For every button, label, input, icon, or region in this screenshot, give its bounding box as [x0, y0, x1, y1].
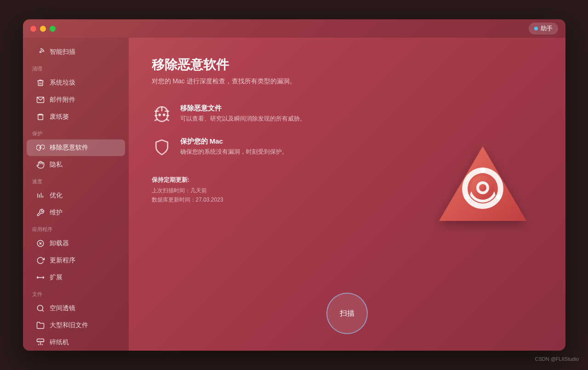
feature-title-protect-mac: 保护您的 Mac — [180, 137, 288, 146]
sidebar-item-system-junk-label: 系统垃圾 — [50, 79, 75, 87]
section-label-clean: 清理 — [23, 61, 129, 74]
page-title: 移除恶意软件 — [152, 56, 542, 74]
lens-icon — [36, 304, 45, 313]
svg-point-23 — [479, 184, 486, 191]
sidebar-item-shredder-label: 碎纸机 — [50, 338, 69, 347]
sidebar: 智能扫描 清理 系统垃圾 — [23, 38, 129, 351]
main-content: 移除恶意软件 对您的 Mac 进行深度检查，查找所有类型的漏洞。 移除恶意 — [129, 38, 565, 351]
sidebar-item-extensions[interactable]: 扩展 — [27, 269, 125, 286]
hand-icon — [36, 160, 45, 169]
page-subtitle: 对您的 Mac 进行深度检查，查找所有类型的漏洞。 — [152, 77, 542, 86]
extend-icon — [36, 273, 45, 282]
svg-point-12 — [37, 305, 43, 311]
trash-icon — [36, 78, 45, 87]
mail-icon — [36, 95, 45, 104]
sidebar-item-maintenance-label: 维护 — [50, 208, 63, 217]
maximize-button[interactable] — [50, 26, 56, 32]
bin-icon — [36, 112, 45, 121]
folder-icon — [36, 321, 45, 330]
watermark: CSDN @FLIIStudio — [535, 356, 579, 362]
radar-icon — [36, 47, 45, 57]
sidebar-item-mail-attachments-label: 邮件附件 — [50, 96, 75, 104]
sidebar-item-extensions-label: 扩展 — [50, 273, 63, 282]
scan-button[interactable]: 扫描 — [326, 293, 368, 334]
shred-icon — [36, 338, 45, 347]
title-bar-right: 助手 — [529, 23, 558, 35]
refresh-icon — [36, 256, 45, 265]
sidebar-item-mail-attachments[interactable]: 邮件附件 — [27, 92, 125, 108]
minimize-button[interactable] — [40, 26, 46, 32]
assistant-label: 助手 — [541, 24, 553, 33]
svg-point-17 — [163, 114, 165, 116]
svg-point-0 — [40, 52, 41, 53]
sidebar-item-shredder[interactable]: 碎纸机 — [27, 334, 125, 351]
sidebar-item-trash-label: 废纸篓 — [50, 113, 69, 121]
sidebar-item-trash[interactable]: 废纸篓 — [27, 109, 125, 125]
assistant-button[interactable]: 助手 — [529, 23, 558, 35]
sidebar-item-large-files-label: 大型和旧文件 — [50, 321, 88, 330]
svg-rect-2 — [38, 115, 43, 120]
sidebar-item-optimize-label: 优化 — [50, 191, 63, 200]
app-body: 智能扫描 清理 系统垃圾 — [23, 38, 565, 351]
feature-title-remove-malware: 移除恶意文件 — [180, 104, 306, 113]
sidebar-item-smart-scan-label: 智能扫描 — [50, 48, 75, 56]
bug-icon — [152, 104, 172, 124]
big-icon-area — [428, 133, 538, 244]
feature-text-protect-mac: 保护您的 Mac 确保您的系统没有漏洞，时刻受到保护。 — [180, 137, 288, 156]
svg-point-16 — [159, 114, 160, 116]
assistant-dot — [534, 27, 538, 30]
wrench-icon — [36, 208, 45, 217]
svg-rect-14 — [37, 339, 44, 342]
sidebar-item-malware-label: 移除恶意软件 — [50, 144, 88, 152]
feature-text-remove-malware: 移除恶意文件 可以查看、研究以及瞬间消除发现的所有威胁。 — [180, 104, 306, 123]
sidebar-item-malware[interactable]: 移除恶意软件 — [27, 139, 125, 156]
biohazard-triangle-icon — [432, 138, 533, 239]
biohazard-icon — [36, 143, 45, 152]
sidebar-item-system-junk[interactable]: 系统垃圾 — [27, 75, 125, 91]
title-bar: 助手 — [23, 19, 565, 38]
scan-button-label: 扫描 — [340, 309, 354, 318]
feature-item-remove-malware: 移除恶意文件 可以查看、研究以及瞬间消除发现的所有威胁。 — [152, 104, 542, 124]
sidebar-item-updater[interactable]: 更新程序 — [27, 252, 125, 269]
feature-desc-remove-malware: 可以查看、研究以及瞬间消除发现的所有威胁。 — [180, 115, 306, 123]
shield-icon — [152, 137, 172, 157]
section-label-protect: 保护 — [23, 126, 129, 139]
sidebar-item-smart-scan[interactable]: 智能扫描 — [27, 44, 125, 60]
traffic-lights — [30, 26, 56, 32]
sidebar-item-privacy-label: 隐私 — [50, 161, 63, 169]
sidebar-item-uninstaller[interactable]: 卸载器 — [27, 235, 125, 252]
uninstall-icon — [36, 239, 45, 248]
sidebar-item-maintenance[interactable]: 维护 — [27, 204, 125, 221]
sidebar-item-optimize[interactable]: 优化 — [27, 187, 125, 204]
scan-button-wrap: 扫描 — [326, 293, 368, 334]
section-label-apps: 应用程序 — [23, 221, 129, 235]
close-button[interactable] — [30, 26, 36, 32]
svg-point-3 — [40, 147, 41, 149]
feature-desc-protect-mac: 确保您的系统没有漏洞，时刻受到保护。 — [180, 148, 288, 156]
bars-icon — [36, 191, 45, 200]
app-window: 助手 智能扫描 清理 — [23, 19, 565, 351]
sidebar-item-space-lens-label: 空间透镜 — [50, 304, 75, 312]
sidebar-item-privacy[interactable]: 隐私 — [27, 156, 125, 173]
section-label-files: 文件 — [23, 286, 129, 300]
sidebar-item-large-files[interactable]: 大型和旧文件 — [27, 317, 125, 334]
svg-line-13 — [42, 310, 43, 311]
sidebar-item-uninstaller-label: 卸载器 — [50, 239, 69, 248]
sidebar-item-updater-label: 更新程序 — [50, 256, 75, 265]
section-label-speed: 速度 — [23, 173, 129, 187]
sidebar-item-space-lens[interactable]: 空间透镜 — [27, 300, 125, 317]
